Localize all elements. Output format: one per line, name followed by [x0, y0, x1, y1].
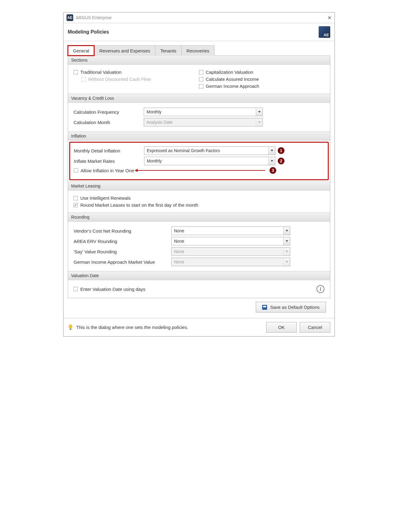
- label-area-erv-rounding: AREA ERV Rounding: [74, 239, 171, 244]
- tab-general[interactable]: General: [68, 45, 94, 56]
- tab-tenants[interactable]: Tenants: [155, 45, 182, 56]
- dialog-title: Modeling Policies: [68, 29, 109, 35]
- checkbox-capitalization-valuation[interactable]: [199, 70, 203, 74]
- cancel-label: Cancel: [308, 325, 322, 330]
- chevron-down-icon: [283, 248, 290, 255]
- label-assured-income: Calculate Assured Income: [206, 77, 259, 82]
- callout-3: 3: [270, 167, 276, 174]
- label-without-dcf: Without Discounted Cash Flow: [88, 77, 151, 82]
- svg-rect-1: [70, 328, 71, 330]
- select-calc-frequency[interactable]: Monthly: [144, 108, 263, 116]
- select-say-rounding-value: None: [172, 249, 283, 254]
- tab-panel: Sections Traditional Valuation Without D…: [68, 55, 330, 298]
- chevron-down-icon: [283, 258, 290, 266]
- save-default-button[interactable]: Save as Default Options: [256, 302, 326, 312]
- checkbox-german-income[interactable]: [199, 84, 203, 88]
- label-round-market-leases: Round Market Leases to start on the firs…: [80, 202, 198, 208]
- tab-recoveries[interactable]: Recoveries: [181, 45, 215, 56]
- chevron-down-icon: [283, 237, 290, 245]
- callout-arrow: [137, 170, 265, 171]
- app-name: ARGUS Enterprise: [76, 15, 111, 20]
- inflation-highlight-box: Monthly Detail Inflation Expressed as No…: [69, 142, 329, 180]
- label-calc-frequency: Calculation Frequency: [74, 109, 144, 115]
- checkbox-assured-income[interactable]: [199, 77, 203, 81]
- cancel-button[interactable]: Cancel: [300, 322, 330, 333]
- select-monthly-detail-inflation[interactable]: Expressed as Nominal Growth Factors: [144, 146, 275, 155]
- label-inflate-market-rates: Inflate Market Rates: [74, 159, 144, 164]
- hint-text: This is the dialog where one sets the mo…: [76, 325, 263, 330]
- chevron-down-icon: [256, 118, 262, 126]
- dialog-header: Modeling Policies AE: [63, 23, 335, 41]
- label-valuation-date-days: Enter Valuation Date using days: [80, 287, 145, 292]
- select-inflate-market-rates[interactable]: Monthly: [144, 157, 275, 165]
- section-header-sections: Sections: [68, 56, 330, 65]
- titlebar: AE ARGUS Enterprise ✕: [63, 12, 335, 23]
- chevron-down-icon: [268, 157, 275, 165]
- chevron-down-icon: [256, 108, 262, 116]
- select-german-mv-rounding-value: None: [172, 259, 283, 264]
- label-monthly-detail-inflation: Monthly Detail Inflation: [74, 148, 144, 153]
- label-traditional-valuation: Traditional Valuation: [80, 70, 121, 75]
- app-icon: AE: [67, 14, 73, 21]
- checkbox-round-market-leases[interactable]: [74, 203, 78, 207]
- select-area-erv-rounding[interactable]: None: [171, 237, 290, 245]
- section-header-inflation: Inflation: [68, 131, 330, 141]
- checkbox-valuation-date-days[interactable]: [74, 287, 78, 291]
- label-vendor-rounding: Vendor's Cost Net Rounding: [74, 228, 171, 234]
- select-calc-month-value: Analysis Date: [144, 120, 256, 125]
- label-allow-inflation-year-one: Allow Inflation in Year One: [81, 168, 134, 173]
- modeling-policies-dialog: AE ARGUS Enterprise ✕ Modeling Policies …: [63, 12, 335, 337]
- chevron-down-icon: [283, 227, 290, 235]
- close-icon[interactable]: ✕: [327, 15, 331, 21]
- dialog-footer: This is the dialog where one sets the mo…: [63, 318, 335, 336]
- select-monthly-detail-value: Expressed as Nominal Growth Factors: [144, 148, 268, 153]
- select-inflate-rates-value: Monthly: [144, 159, 268, 163]
- label-german-mv-rounding: German Income Approach Market Value: [74, 259, 171, 265]
- checkbox-without-dcf: [81, 77, 86, 81]
- section-header-vacancy: Vacancy & Credit Loss: [68, 94, 330, 103]
- chevron-down-icon: [268, 147, 275, 155]
- checkbox-allow-inflation-year-one[interactable]: [74, 168, 78, 173]
- lightbulb-icon: [68, 324, 73, 331]
- ok-label: OK: [278, 325, 285, 330]
- label-german-income: German Income Approach: [206, 84, 259, 89]
- select-say-rounding: None: [171, 247, 290, 256]
- tab-revenues-expenses[interactable]: Revenues and Expenses: [94, 45, 155, 56]
- label-calc-month: Calculation Month: [74, 120, 144, 125]
- section-header-market-leasing: Market Leasing: [68, 181, 330, 191]
- checkbox-intelligent-renewals[interactable]: [74, 196, 78, 200]
- section-header-rounding: Rounding: [68, 212, 330, 222]
- tabs: General Revenues and Expenses Tenants Re…: [68, 45, 330, 56]
- save-default-label: Save as Default Options: [270, 305, 320, 310]
- label-intelligent-renewals: Use Intelligent Renewals: [80, 195, 131, 201]
- callout-1: 1: [278, 147, 284, 154]
- select-calc-frequency-value: Monthly: [144, 109, 256, 114]
- section-header-valuation-date: Valuation Date: [68, 271, 330, 280]
- label-capitalization-valuation: Capitalization Valuation: [206, 70, 253, 75]
- callout-2: 2: [278, 158, 284, 164]
- select-calc-month: Analysis Date: [144, 118, 263, 127]
- select-vendor-rounding-value: None: [172, 228, 283, 233]
- label-say-rounding: 'Say' Value Rounding: [74, 249, 171, 254]
- checkbox-traditional-valuation[interactable]: [74, 70, 78, 74]
- select-german-mv-rounding: None: [171, 258, 290, 266]
- select-area-erv-rounding-value: None: [172, 239, 283, 244]
- svg-point-0: [69, 324, 72, 329]
- ae-logo-icon: AE: [319, 26, 330, 38]
- save-icon: [262, 305, 267, 310]
- select-vendor-rounding[interactable]: None: [171, 227, 290, 235]
- ok-button[interactable]: OK: [266, 322, 297, 333]
- info-icon[interactable]: i: [317, 285, 324, 293]
